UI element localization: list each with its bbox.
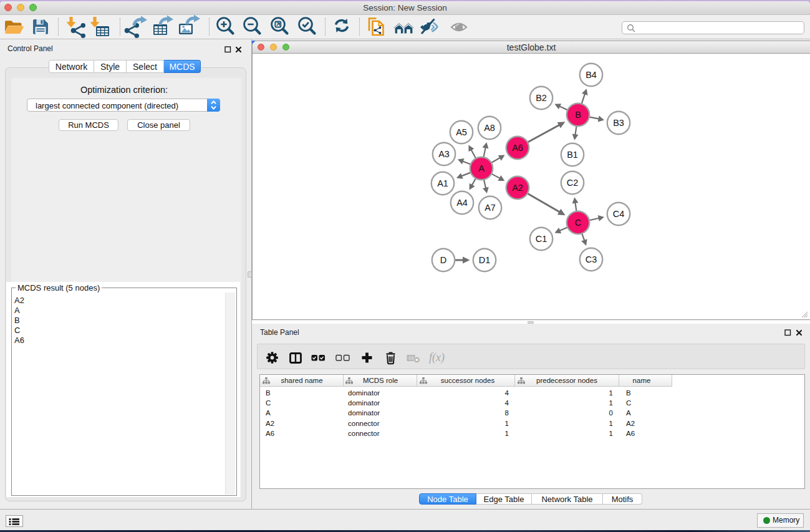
svg-text:A3: A3 bbox=[438, 149, 450, 159]
svg-text:C1: C1 bbox=[536, 234, 547, 244]
svg-text:B3: B3 bbox=[613, 118, 624, 128]
svg-text:A4: A4 bbox=[456, 198, 468, 208]
svg-text:B2: B2 bbox=[536, 93, 547, 103]
svg-text:D: D bbox=[440, 255, 446, 265]
svg-text:C: C bbox=[575, 218, 581, 228]
svg-text:A2: A2 bbox=[512, 183, 523, 193]
svg-text:A: A bbox=[478, 163, 485, 173]
svg-text:A5: A5 bbox=[456, 127, 467, 137]
svg-text:B1: B1 bbox=[567, 150, 578, 160]
svg-text:C2: C2 bbox=[567, 178, 579, 188]
svg-text:A7: A7 bbox=[485, 203, 496, 213]
svg-text:A6: A6 bbox=[512, 143, 523, 153]
svg-text:C3: C3 bbox=[586, 254, 597, 264]
svg-text:B: B bbox=[575, 110, 581, 120]
svg-text:A8: A8 bbox=[484, 123, 495, 133]
svg-text:C4: C4 bbox=[613, 209, 625, 219]
svg-text:B4: B4 bbox=[586, 70, 597, 80]
svg-text:A1: A1 bbox=[437, 178, 448, 188]
svg-text:D1: D1 bbox=[479, 255, 491, 265]
